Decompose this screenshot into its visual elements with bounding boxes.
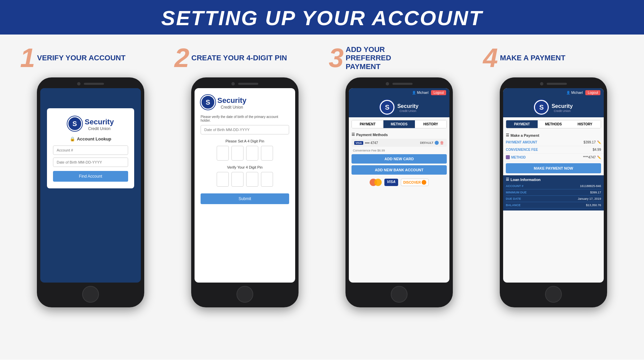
user-info-3: 👤 Michael: [412, 91, 428, 95]
delete-icon[interactable]: 🗑: [440, 140, 444, 145]
screen4-logo-row: S Security Credit Union: [503, 97, 604, 117]
discover-logo: DISCOVER: [401, 179, 429, 186]
payment-amount-label: PAYMENT AMOUNT: [506, 140, 537, 144]
submit-button[interactable]: Submit: [201, 193, 289, 204]
pm-icon: ☰: [352, 132, 355, 137]
logo-text-1: Security Credit Union: [85, 118, 114, 131]
dob-input[interactable]: [53, 158, 128, 167]
card-row: VISA •••• 4747 DEFAULT 🗑: [352, 139, 447, 147]
tabs-row-4: PAYMENT METHODS HISTORY: [506, 120, 601, 128]
tab-methods-4[interactable]: METHODS: [538, 120, 569, 128]
logo-text-4: Security Credit Union: [551, 103, 573, 113]
camera-icon-3: [386, 82, 389, 85]
pin-dob-input[interactable]: [201, 125, 289, 134]
make-payment-button[interactable]: MAKE PAYMENT NOW: [506, 163, 601, 173]
method-value: ****4747 ✏️: [583, 156, 601, 159]
home-button-2[interactable]: [236, 286, 253, 303]
brand-sub-4: Credit Union: [551, 109, 573, 113]
logo-row-1: S Security Credit Union: [67, 116, 114, 131]
step-3: 3 ADD YOUR PREFERRED PAYMENT 👤 Michael L…: [329, 45, 470, 307]
pin-box-1[interactable]: [217, 146, 229, 161]
verify-pin-box-3[interactable]: [246, 172, 258, 187]
edit-payment-icon[interactable]: ✏️: [597, 140, 601, 144]
camera-icon-4: [540, 82, 543, 85]
default-label: DEFAULT: [420, 141, 433, 144]
set-pin-boxes: [201, 146, 289, 161]
screen-3: 👤 Michael Logout S Security Credit Union…: [349, 88, 449, 283]
logout-button-3[interactable]: Logout: [431, 90, 446, 95]
phone-2-bottom: [195, 286, 295, 303]
loan-duedate-value: January 17, 2019: [578, 197, 601, 200]
pin-box-3[interactable]: [246, 146, 258, 161]
verify-pin-box-1[interactable]: [217, 172, 229, 187]
loan-info-title: ☰ Loan Information: [506, 177, 601, 182]
camera-icon-2: [231, 82, 235, 85]
screen3-logo-row: S Security Credit Union: [349, 97, 449, 117]
screen-4: 👤 Michael Logout S Security Credit Union…: [503, 88, 604, 283]
discover-text: DISCOVER: [403, 181, 421, 184]
logo-circle-4: S: [534, 100, 549, 115]
brand-sub-1: Credit Union: [85, 126, 114, 131]
convenience-fee-value: $4.99: [593, 148, 601, 152]
pin-box-4[interactable]: [261, 146, 273, 161]
visa-logo: VISA: [384, 179, 398, 186]
account-number-input[interactable]: [53, 145, 128, 155]
user-icon-3: 👤: [412, 91, 416, 95]
step-4-number: 4: [483, 45, 498, 71]
screen4-header: 👤 Michael Logout: [503, 88, 604, 97]
step-4-title: 4 MAKE A PAYMENT: [483, 45, 624, 71]
screen-1: S Security Credit Union 🔒 Account Lookup…: [40, 88, 141, 283]
loan-account-label: ACCOUNT #: [506, 184, 524, 188]
brand-sub-2: Credit Union: [217, 105, 247, 110]
loan-mindue-label: MINIMUM DUE: [506, 191, 527, 194]
step-4: 4 MAKE A PAYMENT 👤 Michael Logout S: [483, 45, 624, 307]
logo-row-2: S Security Credit Union: [201, 95, 289, 110]
make-payment-title: ☰ Make a Payment: [503, 131, 604, 139]
account-lookup-title: 🔒 Account Lookup: [70, 136, 111, 141]
default-badge: DEFAULT 🗑: [420, 140, 444, 145]
page-title: SETTING UP YOUR ACCOUNT: [0, 6, 644, 30]
method-row: METHOD ****4747 ✏️: [503, 154, 604, 161]
loan-balance-row: BALANCE $13,350.76: [506, 202, 601, 208]
card-icons: VISA DISCOVER: [352, 177, 447, 187]
payment-methods-section: ☰ Payment Methods VISA •••• 4747 DEFAULT…: [349, 131, 449, 189]
user-icon-4: 👤: [566, 91, 570, 95]
loan-mindue-row: MINIMUM DUE $399.17: [506, 189, 601, 196]
tab-payment-3[interactable]: PAYMENT: [352, 120, 383, 128]
logo-circle-2: S: [201, 95, 215, 110]
add-bank-button[interactable]: ADD NEW BANK ACCOUNT: [352, 165, 447, 175]
loan-account-value: 161188825-846: [580, 184, 601, 188]
home-button-4[interactable]: [545, 286, 562, 303]
step-1-number: 1: [20, 45, 35, 71]
step-1-label: VERIFY YOUR ACCOUNT: [37, 54, 126, 62]
speaker-2: [238, 83, 258, 85]
find-account-button[interactable]: Find Account: [53, 171, 128, 182]
screen-2: S Security Credit Union Please verify th…: [195, 88, 295, 283]
verify-pin-box-4[interactable]: [261, 172, 273, 187]
loan-balance-label: BALANCE: [506, 203, 521, 207]
step-1: 1 VERIFY YOUR ACCOUNT S Security Credit …: [20, 45, 161, 307]
tab-history-4[interactable]: HISTORY: [569, 120, 601, 128]
card-info: VISA •••• 4747: [354, 141, 378, 145]
verify-pin-box-2[interactable]: [231, 172, 244, 187]
logo-circle-3: S: [380, 100, 394, 115]
steps-container: 1 VERIFY YOUR ACCOUNT S Security Credit …: [0, 35, 644, 360]
home-button-1[interactable]: [82, 286, 99, 303]
logout-button-4[interactable]: Logout: [585, 90, 600, 95]
home-button-3[interactable]: [391, 286, 408, 303]
phone-3: 👤 Michael Logout S Security Credit Union…: [345, 77, 453, 307]
lock-icon: 🔒: [70, 136, 75, 141]
discover-dot: [422, 180, 426, 185]
tab-history-3[interactable]: HISTORY: [415, 120, 446, 128]
tab-methods-3[interactable]: METHODS: [383, 120, 415, 128]
add-card-button[interactable]: ADD NEW CARD: [352, 154, 447, 164]
phone-1: S Security Credit Union 🔒 Account Lookup…: [37, 77, 144, 307]
camera-icon: [77, 82, 80, 85]
pin-box-2[interactable]: [231, 146, 244, 161]
tab-payment-4[interactable]: PAYMENT: [506, 120, 538, 128]
edit-method-icon[interactable]: ✏️: [597, 156, 601, 159]
step-2-number: 2: [174, 45, 190, 71]
step-2-label: CREATE YOUR 4-DIGIT PIN: [192, 54, 287, 62]
phone-4-top: [503, 82, 604, 85]
user-name-4: Michael: [571, 91, 583, 95]
